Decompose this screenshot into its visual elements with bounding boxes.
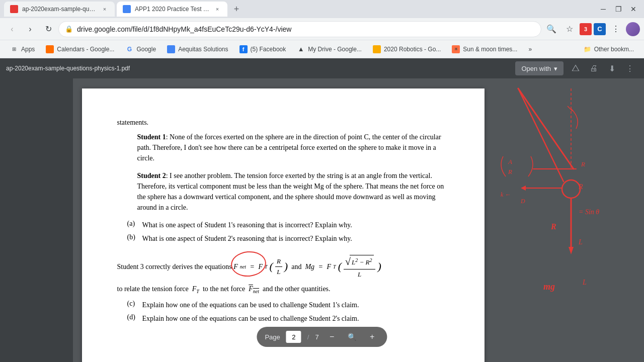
close-button[interactable]: ✕ [627,3,640,16]
pdf-add-to-drive-button[interactable] [568,60,584,76]
tab-2[interactable]: APP1 2020 Practice Test solution... × [117,2,227,17]
profile-avatar[interactable] [626,22,640,36]
svg-text:R: R [581,160,585,168]
bookmark-more[interactable]: » [523,42,537,56]
formula-equation1: Fnet = FT ( R L ) [233,256,288,277]
mg-formula: Mg = FT ( √ L2 − R2 [305,254,381,280]
formula-suffix: to relate the tension force [117,285,189,293]
search-button[interactable]: 🔍 [543,21,559,37]
pdf-toolbar: ap-2020exam-sample-questions-physics-1.p… [0,58,644,78]
bookmark-aequitas[interactable]: Aequitas Solutions [162,42,233,56]
grammarly-extension[interactable]: C [594,23,606,35]
bookmark-calendars-label: Calendars - Google... [57,46,114,53]
tab-2-favicon [123,5,131,13]
forward-button[interactable]: › [22,21,38,37]
question-c-label: (c) [127,300,137,310]
pdf-right-margin: R L mg = Sin θ A R [493,78,644,362]
aequitas-favicon [167,45,175,53]
bookmark-drive[interactable]: ▲ My Drive - Google... [292,42,367,56]
sun-favicon: ☀ [452,45,460,53]
page-search-button[interactable]: 🔍 [345,330,359,344]
bookmark-aequitas-label: Aequitas Solutions [178,46,228,53]
question-d-label: (d) [127,313,137,324]
bookmark-google[interactable]: G Google [120,42,161,56]
question-a: (a) What is one aspect of Student 1's re… [127,220,449,230]
pdf-page: statements. Student 1: None of the force… [82,88,485,362]
drive-favicon: ▲ [297,45,305,53]
other-bookmarks-label: Other bookm... [594,46,634,53]
bookmark-robotics-label: 2020 Robotics - Go... [384,46,441,53]
student2-label: Student 2 [137,172,166,179]
formula-suffix-text: to relate the tension force FT to the ne… [117,284,449,295]
bookmark-apps[interactable]: ⊞ Apps [5,42,40,56]
nav-icons: 🔍 ☆ 3 C ⋮ [543,21,640,37]
folder-icon: 📁 [584,46,591,53]
svg-line-0 [518,88,574,169]
address-bar[interactable]: 🔒 drive.google.com/file/d/1f8dNHpyMk_a4f… [58,21,541,37]
formula-prefix: Student 3 correctly derives the equation… [117,263,232,270]
formula-suffix2: to the net force [203,285,245,293]
svg-point-1 [562,180,580,198]
back-button[interactable]: ‹ [4,21,20,37]
pdf-sidebar [0,78,73,362]
svg-text:= Sin θ: = Sin θ [579,208,599,216]
facebook-favicon: f [239,45,248,53]
zoom-out-button[interactable]: − [325,330,339,344]
bookmark-sun[interactable]: ☀ Sun & moon times... [447,42,522,56]
maximize-button[interactable]: ❐ [612,3,625,16]
title-bar: ap-2020exam-sample-questions-... × APP1 … [0,0,644,18]
open-with-arrow: ▾ [554,65,557,72]
bookmark-star-button[interactable]: ☆ [561,21,578,37]
question-a-label: (a) [127,220,137,230]
svg-marker-3 [569,247,574,254]
lock-icon: 🔒 [65,25,73,33]
tab-1-favicon [10,5,18,13]
page-number-bar: Page / 7 − 🔍 + [257,327,387,347]
pdf-more-button[interactable]: ⋮ [622,60,638,76]
svg-text:R: R [550,222,556,231]
svg-line-15 [568,106,573,111]
question-d-text: Explain how one of the equations can be … [142,313,359,324]
extensions-button[interactable]: ⋮ [608,21,624,37]
bookmark-facebook[interactable]: f (5) Facebook [234,42,291,56]
svg-marker-12 [521,186,526,191]
formula-section: Student 3 correctly derives the equation… [117,254,449,295]
apps-favicon: ⊞ [10,45,18,53]
tab-1-close[interactable]: × [101,5,109,13]
svg-text:R: R [508,168,512,175]
bookmark-sun-label: Sun & moon times... [463,46,517,53]
other-bookmarks[interactable]: 📁 Other bookm... [579,42,639,56]
bookmark-apps-label: Apps [21,46,35,53]
student1-text: : None of the forces exerted on the sphe… [137,133,441,162]
google-favicon: G [125,45,133,53]
gdocs-extension[interactable]: 3 [580,23,592,35]
statements-text: statements. [117,119,449,127]
questions-cd: (c) Explain how one of the equations can… [127,300,449,324]
svg-text:R: R [578,183,583,191]
question-c: (c) Explain how one of the equations can… [127,300,449,310]
pdf-print-button[interactable]: 🖨 [586,60,602,76]
zoom-in-button[interactable]: + [365,330,379,344]
question-b: (b) What is one aspect of Student 2's re… [127,233,449,244]
calendars-favicon [46,45,54,53]
tab-2-close[interactable]: × [213,5,221,13]
nav-bar: ‹ › ↻ 🔒 drive.google.com/file/d/1f8dNHpy… [0,18,644,40]
tab-1[interactable]: ap-2020exam-sample-questions-... × [4,2,115,17]
f-net-formula: Fnet = FT ( R L ) [233,256,288,277]
svg-text:k ←: k ← [501,191,511,198]
content-area: statements. Student 1: None of the force… [0,78,644,362]
bookmarks-bar: ⊞ Apps Calendars - Google... G Google Ae… [0,40,644,58]
open-with-label: Open with [521,65,551,72]
pdf-filename: ap-2020exam-sample-questions-physics-1.p… [6,65,511,72]
page-input[interactable] [286,331,301,343]
refresh-button[interactable]: ↻ [40,21,56,37]
robotics-favicon [373,45,381,53]
bookmark-robotics[interactable]: 2020 Robotics - Go... [368,42,446,56]
pdf-main[interactable]: statements. Student 1: None of the force… [73,78,493,362]
minimize-button[interactable]: ─ [597,3,610,16]
bookmark-calendars[interactable]: Calendars - Google... [41,42,119,56]
new-tab-button[interactable]: + [229,2,244,16]
open-with-button[interactable]: Open with ▾ [515,61,564,75]
pdf-download-button[interactable]: ⬇ [604,60,620,76]
student2-text: : I see another problem. The tension for… [137,172,444,211]
